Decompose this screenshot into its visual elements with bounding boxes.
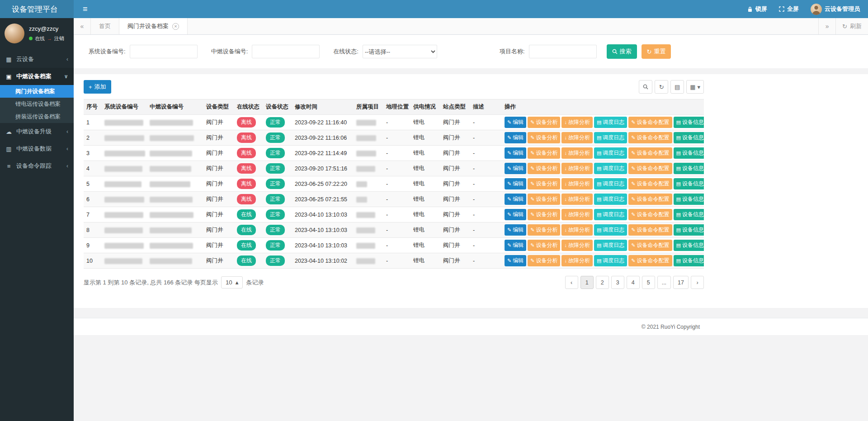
fault-analysis-button[interactable]: ↓故障分析 (561, 117, 593, 128)
edit-button[interactable]: ✎编辑 (505, 255, 526, 266)
project-name-input[interactable] (529, 45, 597, 58)
device-info-button[interactable]: ▤设备信息 (674, 240, 704, 251)
sidebar-subitem[interactable]: 拼装远传设备档案 (0, 110, 74, 123)
edit-button[interactable]: ✎编辑 (505, 178, 526, 189)
device-command-config-button[interactable]: ✎设备命令配置 (628, 147, 672, 159)
edit-button[interactable]: ✎编辑 (505, 209, 526, 220)
device-command-config-button[interactable]: ✎设备命令配置 (628, 178, 672, 189)
fault-analysis-button[interactable]: ↓故障分析 (561, 163, 593, 174)
edit-button[interactable]: ✎编辑 (505, 132, 526, 143)
page-size-button[interactable]: 10 ▴ (221, 276, 243, 289)
add-button[interactable]: + 添加 (84, 80, 111, 94)
device-command-config-button[interactable]: ✎设备命令配置 (628, 117, 672, 128)
page-button[interactable]: 5 (642, 276, 655, 289)
device-analysis-button[interactable]: ✎设备分析 (528, 255, 560, 266)
device-info-button[interactable]: ▤设备信息 (674, 117, 704, 128)
device-info-button[interactable]: ▤设备信息 (674, 147, 704, 159)
edit-button[interactable]: ✎编辑 (505, 194, 526, 205)
fault-analysis-button[interactable]: ↓故障分析 (561, 255, 593, 266)
tab-valve-well-archive[interactable]: 阀门井设备档案 × (119, 18, 188, 34)
dispatch-log-button[interactable]: ▤调度日志 (594, 132, 627, 143)
device-command-config-button[interactable]: ✎设备命令配置 (628, 224, 672, 236)
dispatch-log-button[interactable]: ▤调度日志 (594, 117, 627, 128)
device-info-button[interactable]: ▤设备信息 (674, 224, 704, 236)
device-analysis-button[interactable]: ✎设备分析 (528, 224, 560, 236)
device-command-config-button[interactable]: ✎设备命令配置 (628, 132, 672, 143)
sidebar-avatar[interactable] (5, 24, 24, 43)
logout-link[interactable]: 注销 (54, 35, 64, 42)
device-command-config-button[interactable]: ✎设备命令配置 (628, 163, 672, 174)
device-analysis-button[interactable]: ✎设备分析 (528, 163, 560, 174)
device-analysis-button[interactable]: ✎设备分析 (528, 178, 560, 189)
page-button[interactable]: 3 (611, 276, 624, 289)
device-info-button[interactable]: ▤设备信息 (674, 255, 704, 266)
edit-button[interactable]: ✎编辑 (505, 240, 526, 251)
columns-button[interactable]: ▦ ▾ (686, 80, 704, 94)
fault-analysis-button[interactable]: ↓故障分析 (561, 209, 593, 220)
search-toggle-button[interactable] (639, 80, 652, 94)
device-command-config-button[interactable]: ✎设备命令配置 (628, 240, 672, 251)
dispatch-log-button[interactable]: ▤调度日志 (594, 209, 627, 220)
page-button[interactable]: 17 (673, 276, 689, 289)
cn-device-id-input[interactable] (252, 45, 320, 58)
sidebar-item[interactable]: ▥中燃设备数据‹ (0, 140, 74, 157)
search-button[interactable]: 搜索 (607, 44, 637, 59)
close-tab-icon[interactable]: × (172, 23, 179, 30)
fault-analysis-button[interactable]: ↓故障分析 (561, 132, 593, 143)
scroll-tabs-left-button[interactable]: « (74, 18, 91, 34)
device-analysis-button[interactable]: ✎设备分析 (528, 117, 560, 128)
edit-button[interactable]: ✎编辑 (505, 117, 526, 128)
dispatch-log-button[interactable]: ▤调度日志 (594, 224, 627, 236)
fault-analysis-button[interactable]: ↓故障分析 (561, 178, 593, 189)
fault-analysis-button[interactable]: ↓故障分析 (561, 147, 593, 159)
device-analysis-button[interactable]: ✎设备分析 (528, 147, 560, 159)
device-info-button[interactable]: ▤设备信息 (674, 163, 704, 174)
sidebar-item[interactable]: ≡设备命令跟踪‹ (0, 157, 74, 175)
online-state-select[interactable]: --请选择-- (363, 45, 437, 58)
fault-analysis-button[interactable]: ↓故障分析 (561, 240, 593, 251)
refresh-tab-button[interactable]: ↻ 刷新 (835, 18, 868, 34)
fullscreen-button[interactable]: 全屏 (779, 5, 799, 13)
device-command-config-button[interactable]: ✎设备命令配置 (628, 194, 672, 205)
dispatch-log-button[interactable]: ▤调度日志 (594, 255, 627, 266)
device-info-button[interactable]: ▤设备信息 (674, 209, 704, 220)
user-menu[interactable]: 云设备管理员 (811, 4, 860, 15)
scroll-tabs-right-button[interactable]: » (818, 18, 835, 34)
device-analysis-button[interactable]: ✎设备分析 (528, 240, 560, 251)
refresh-table-button[interactable]: ↻ (655, 80, 668, 94)
edit-button[interactable]: ✎编辑 (505, 163, 526, 174)
edit-button[interactable]: ✎编辑 (505, 147, 526, 159)
next-page-button[interactable]: › (691, 276, 704, 289)
device-analysis-button[interactable]: ✎设备分析 (528, 209, 560, 220)
sidebar-item[interactable]: ☁中燃设备升级‹ (0, 123, 74, 140)
dispatch-log-button[interactable]: ▤调度日志 (594, 194, 627, 205)
page-button[interactable]: 1 (580, 276, 594, 289)
sidebar-toggle-icon[interactable]: ≡ (78, 0, 92, 18)
device-info-button[interactable]: ▤设备信息 (674, 194, 704, 205)
device-info-button[interactable]: ▤设备信息 (674, 132, 704, 143)
sidebar-subitem[interactable]: 阀门井设备档案 (0, 85, 74, 98)
app-title[interactable]: 设备管理平台 (0, 0, 74, 18)
device-analysis-button[interactable]: ✎设备分析 (528, 194, 560, 205)
toggle-view-button[interactable]: ▤ (670, 80, 684, 94)
dispatch-log-button[interactable]: ▤调度日志 (594, 240, 627, 251)
tab-home[interactable]: 首页 (91, 18, 119, 34)
sidebar-subitem[interactable]: 锂电远传设备档案 (0, 98, 74, 110)
device-command-config-button[interactable]: ✎设备命令配置 (628, 255, 672, 266)
dispatch-log-button[interactable]: ▤调度日志 (594, 178, 627, 189)
edit-button[interactable]: ✎编辑 (505, 224, 526, 236)
page-button[interactable]: 2 (596, 276, 609, 289)
fault-analysis-button[interactable]: ↓故障分析 (561, 224, 593, 236)
page-ellipsis[interactable]: ... (657, 276, 671, 289)
device-analysis-button[interactable]: ✎设备分析 (528, 132, 560, 143)
dispatch-log-button[interactable]: ▤调度日志 (594, 147, 627, 159)
fault-analysis-button[interactable]: ↓故障分析 (561, 194, 593, 205)
sidebar-item[interactable]: ▣中燃设备档案∨ (0, 68, 74, 85)
page-button[interactable]: 4 (627, 276, 640, 289)
dispatch-log-button[interactable]: ▤调度日志 (594, 163, 627, 174)
sidebar-item[interactable]: ▦云设备‹ (0, 51, 74, 68)
reset-button[interactable]: ↻ 重置 (642, 44, 671, 59)
prev-page-button[interactable]: ‹ (565, 276, 578, 289)
device-info-button[interactable]: ▤设备信息 (674, 178, 704, 189)
lock-screen-button[interactable]: 锁屏 (747, 5, 767, 13)
